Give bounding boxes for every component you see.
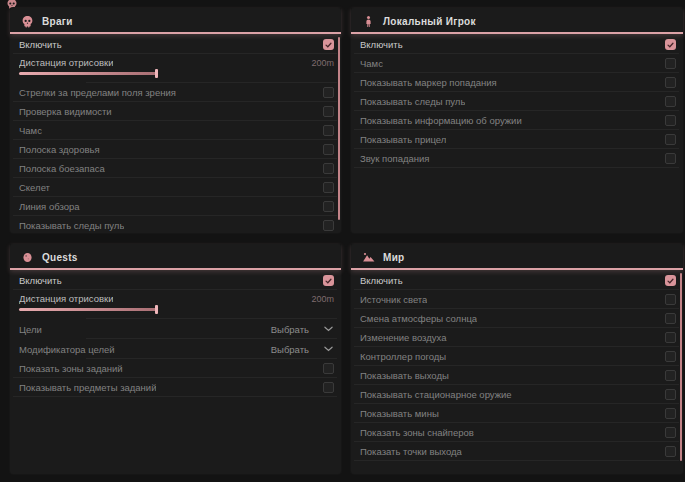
- setting-row: Полоска боезапаса: [10, 159, 341, 178]
- panel-body: ВключитьДистанция отрисовки200mСтрелки з…: [10, 35, 341, 233]
- checkbox[interactable]: [665, 408, 676, 419]
- panel-title: Quests: [42, 252, 78, 263]
- slider-track[interactable]: [19, 308, 157, 311]
- setting-row: Скелет: [10, 178, 341, 197]
- setting-label: Полоска боезапаса: [19, 163, 105, 174]
- setting-label: Показывать стационарное оружие: [360, 389, 512, 400]
- setting-row: Источник света: [351, 290, 683, 309]
- slider-labels: Дистанция отрисовки200m: [19, 292, 334, 305]
- checkbox[interactable]: [665, 134, 676, 145]
- checkbox[interactable]: [323, 220, 334, 231]
- setting-label: Чамс: [360, 58, 383, 69]
- scrollbar[interactable]: [338, 37, 340, 220]
- setting-row: Показывать следы пуль: [351, 92, 683, 111]
- checkbox[interactable]: [323, 201, 334, 212]
- setting-label: Показывать информацию об оружии: [360, 115, 522, 126]
- scrollbar[interactable]: [680, 273, 682, 461]
- setting-label: Смена атмосферы солнца: [360, 313, 477, 324]
- setting-row: Изменение воздуха: [351, 328, 683, 347]
- panel-body: ВключитьДистанция отрисовки200mЦелиВыбра…: [10, 271, 341, 474]
- setting-label: Показывать выходы: [360, 370, 449, 381]
- setting-row: Проверка видимости: [10, 102, 341, 121]
- slider-handle[interactable]: [155, 305, 158, 314]
- setting-label: Показывать мины: [360, 408, 439, 419]
- setting-row: Включить: [351, 35, 683, 54]
- select-label: Модификатора целей: [19, 344, 115, 355]
- checkbox[interactable]: [665, 115, 676, 126]
- checkbox[interactable]: [665, 446, 676, 457]
- checkbox[interactable]: [665, 39, 676, 50]
- setting-label: Чамс: [19, 125, 42, 136]
- panel-local-player: Локальный ИгрокВключитьЧамсПоказывать ма…: [351, 8, 683, 233]
- checkbox[interactable]: [323, 144, 334, 155]
- setting-label: Показать зоны снайперов: [360, 427, 474, 438]
- setting-label: Изменение воздуха: [360, 332, 447, 343]
- setting-label: Показать зоны заданий: [19, 363, 123, 374]
- panel-title: Локальный Игрок: [383, 16, 476, 27]
- checkbox[interactable]: [665, 96, 676, 107]
- setting-row: Показать точки выхода: [351, 442, 683, 461]
- chevron-down-icon: [324, 346, 333, 352]
- setting-label: Показывать прицел: [360, 134, 446, 145]
- mountain-icon: [362, 251, 375, 264]
- setting-label: Включить: [360, 275, 403, 286]
- panel-header: Quests: [10, 244, 341, 270]
- panel-title: Враги: [42, 16, 73, 27]
- checkbox[interactable]: [323, 363, 334, 374]
- slider-row: Дистанция отрисовки200m: [10, 290, 341, 319]
- setting-label: Показывать предметы заданий: [19, 382, 156, 393]
- setting-row: Показать зоны снайперов: [351, 423, 683, 442]
- slider-label: Дистанция отрисовки: [19, 57, 113, 68]
- checkbox[interactable]: [665, 370, 676, 381]
- setting-row: Звук попадания: [351, 149, 683, 168]
- panel-enemies: ВрагиВключитьДистанция отрисовки200mСтре…: [10, 8, 341, 233]
- checkbox[interactable]: [665, 351, 676, 362]
- panel-body: ВключитьЧамсПоказывать маркер попаданияП…: [351, 35, 683, 233]
- checkbox[interactable]: [665, 77, 676, 88]
- checkbox[interactable]: [665, 389, 676, 400]
- checkbox[interactable]: [665, 332, 676, 343]
- slider-handle[interactable]: [155, 69, 158, 78]
- panel-header: Мир: [351, 244, 683, 270]
- checkbox[interactable]: [665, 427, 676, 438]
- setting-label: Включить: [19, 275, 62, 286]
- setting-row: Показывать предметы заданий: [10, 378, 341, 397]
- setting-row: Линия обзора: [10, 197, 341, 216]
- checkbox[interactable]: [665, 153, 676, 164]
- checkbox[interactable]: [665, 294, 676, 305]
- setting-row: Чамс: [10, 121, 341, 140]
- slider-labels: Дистанция отрисовки200m: [19, 56, 334, 69]
- select-value: Выбрать: [271, 344, 309, 355]
- setting-label: Полоска здоровья: [19, 144, 100, 155]
- setting-row: Показывать стационарное оружие: [351, 385, 683, 404]
- slider-label: Дистанция отрисовки: [19, 293, 113, 304]
- slider-value: 200m: [311, 58, 334, 68]
- checkbox[interactable]: [665, 58, 676, 69]
- panel-quests: QuestsВключитьДистанция отрисовки200mЦел…: [10, 244, 341, 474]
- checkbox[interactable]: [323, 182, 334, 193]
- setting-label: Источник света: [360, 294, 427, 305]
- setting-label: Стрелки за пределами поля зрения: [19, 87, 176, 98]
- checkbox[interactable]: [665, 275, 676, 286]
- setting-row: Показывать выходы: [351, 366, 683, 385]
- checkbox[interactable]: [323, 39, 334, 50]
- setting-row: Включить: [351, 271, 683, 290]
- select-control[interactable]: Выбрать: [271, 344, 334, 355]
- checkbox[interactable]: [323, 275, 334, 286]
- slider-track[interactable]: [19, 72, 157, 75]
- person-icon: [362, 15, 375, 28]
- setting-row: Показывать мины: [351, 404, 683, 423]
- setting-label: Контроллер погоды: [360, 351, 446, 362]
- select-control[interactable]: Выбрать: [271, 324, 334, 335]
- chevron-down-icon: [324, 326, 333, 332]
- setting-label: Линия обзора: [19, 201, 80, 212]
- checkbox[interactable]: [323, 125, 334, 136]
- checkbox[interactable]: [323, 106, 334, 117]
- checkbox[interactable]: [323, 163, 334, 174]
- setting-row: Стрелки за пределами поля зрения: [10, 83, 341, 102]
- checkbox[interactable]: [323, 87, 334, 98]
- checkbox[interactable]: [665, 313, 676, 324]
- checkbox[interactable]: [323, 382, 334, 393]
- panel-header: Враги: [10, 8, 341, 34]
- setting-row: Включить: [10, 35, 341, 54]
